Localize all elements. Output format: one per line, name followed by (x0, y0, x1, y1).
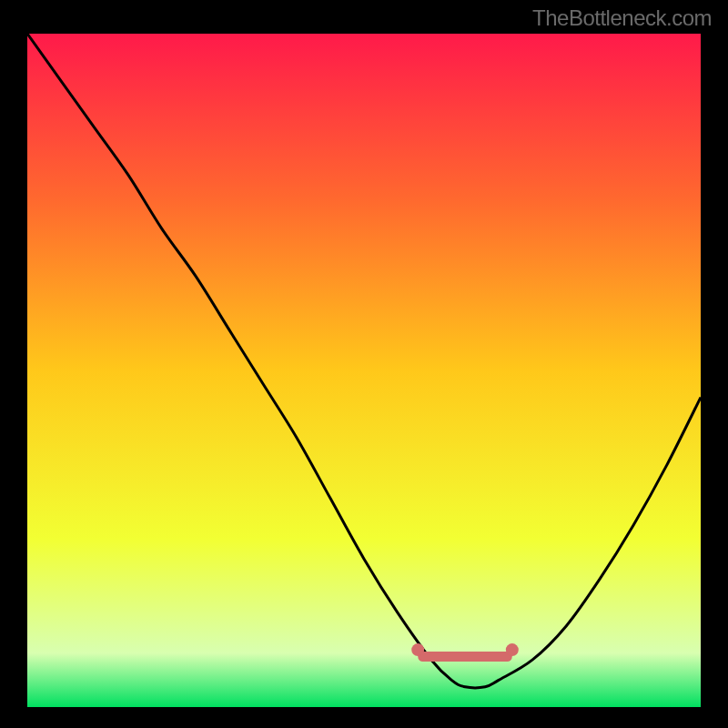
range-marker (506, 643, 519, 656)
gradient-background (27, 34, 701, 707)
chart-plot-area (27, 34, 701, 707)
range-marker (411, 643, 424, 656)
optimal-range-band (418, 652, 512, 662)
chart-svg (27, 34, 701, 707)
watermark-text: TheBottleneck.com (532, 5, 712, 31)
